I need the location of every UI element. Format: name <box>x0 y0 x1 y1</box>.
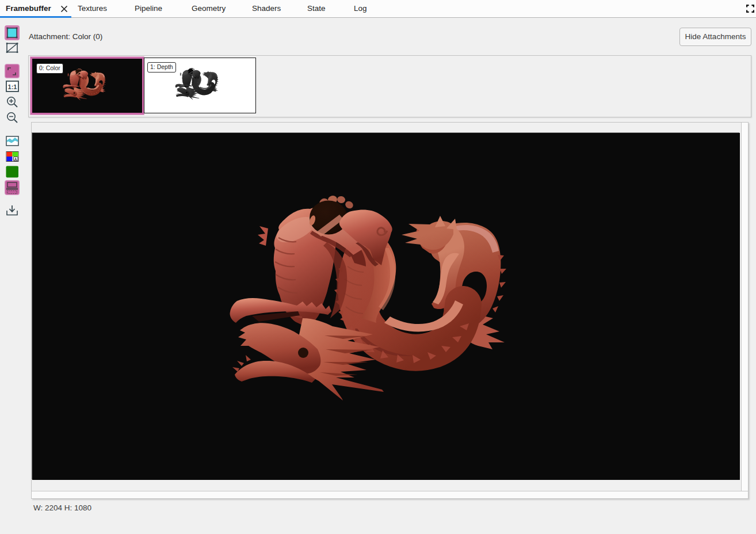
svg-text:1:1: 1:1 <box>8 83 17 90</box>
svg-text:A: A <box>14 157 17 161</box>
